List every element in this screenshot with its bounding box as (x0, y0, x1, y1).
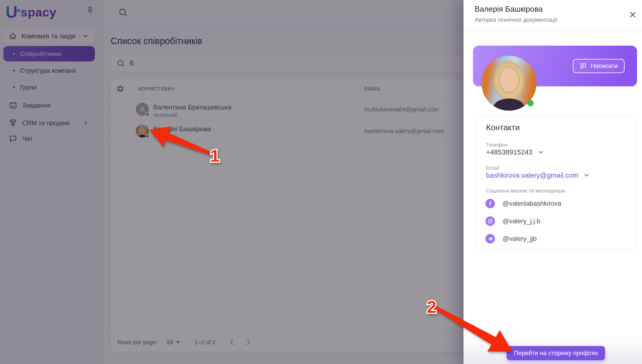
uspacy-app: U spacy Компанія та люди Співробітники (0, 0, 642, 364)
drawer-footer: Перейти на сторінку профілю (464, 337, 642, 364)
facebook-icon (486, 199, 495, 208)
go-to-profile-label: Перейти на сторінку профілю (514, 350, 598, 357)
profile-name: Валерія Башкірова (474, 5, 542, 14)
contacts-card: Контакти Телефон +48538915243 Email bash… (475, 115, 637, 250)
online-status-dot (527, 100, 534, 106)
go-to-profile-button[interactable]: Перейти на сторінку профілю (506, 346, 605, 360)
email-label: Email (486, 165, 499, 171)
email-link[interactable]: bashkirova.valery@gmail.com (486, 171, 578, 179)
social-link-facebook[interactable]: @valeriiabashkirova (486, 199, 561, 208)
profile-drawer: Валерія Башкірова Авторка технічної доку… (464, 0, 642, 364)
social-label: Соціальні мережі та месенджери (486, 188, 565, 194)
social-handle: @valery_jjb (502, 235, 537, 242)
drawer-header: Валерія Башкірова Авторка технічної доку… (464, 0, 642, 31)
profile-position: Авторка технічної документації (474, 16, 557, 23)
contacts-heading: Контакти (486, 123, 520, 132)
social-link-instagram[interactable]: @valery_j.j.b (486, 216, 540, 226)
telegram-icon (486, 234, 495, 244)
phone-label: Телефон (486, 142, 508, 148)
write-message-button[interactable]: Написати (573, 59, 624, 73)
phone-value: +48538915243 (486, 148, 532, 156)
close-icon[interactable] (628, 10, 638, 19)
social-link-telegram[interactable]: @valery_jjb (486, 234, 537, 244)
phone-row: +48538915243 (486, 148, 544, 156)
email-row: bashkirova.valery@gmail.com (486, 171, 590, 179)
social-handle: @valeriiabashkirova (502, 200, 561, 207)
backdrop-overlay[interactable] (0, 0, 464, 364)
social-handle: @valery_j.j.b (502, 217, 540, 225)
chevron-down-icon[interactable] (537, 148, 544, 156)
message-icon (580, 62, 587, 70)
instagram-icon (486, 216, 495, 226)
write-button-label: Написати (590, 62, 618, 70)
chevron-down-icon[interactable] (583, 172, 590, 179)
